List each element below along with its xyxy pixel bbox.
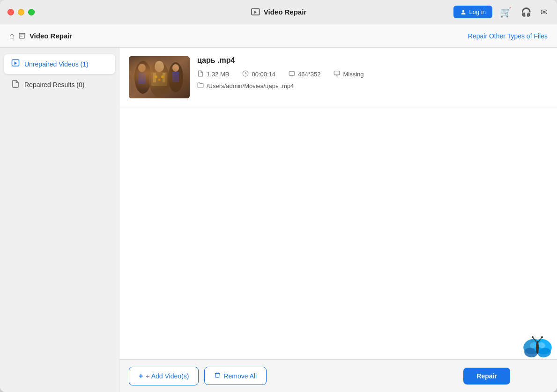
sidebar-item-unrepaired-label: Unrepaired Videos (1) [24, 60, 89, 68]
cart-icon: 🛒 [500, 7, 512, 17]
mail-button[interactable]: ✉ [539, 5, 550, 19]
add-videos-button[interactable]: + + Add Video(s) [129, 367, 199, 385]
bottom-toolbar: + + Add Video(s) Remove All Repair [119, 359, 557, 392]
nav-separator-icon [18, 32, 26, 40]
file-meta-row-1: 1.32 MB 00:00:14 [197, 70, 548, 78]
file-size: 1.32 MB [197, 70, 229, 78]
svg-rect-13 [138, 72, 146, 84]
file-info: царь .mp4 1.32 MB [197, 56, 548, 90]
file-status: Missing [334, 70, 364, 78]
titlebar-actions: Log in 🛒 🎧 ✉ [453, 5, 550, 20]
main-layout: Unrepaired Videos (1) Repaired Results (… [0, 48, 557, 392]
remove-all-button[interactable]: Remove All [204, 367, 267, 385]
svg-rect-9 [151, 72, 167, 86]
svg-point-18 [158, 79, 161, 81]
thumbnail-image [129, 56, 190, 98]
svg-rect-21 [334, 71, 340, 75]
svg-rect-2 [19, 33, 25, 38]
navbar-right: Repair Other Types of Files [468, 32, 548, 40]
home-icon: ⌂ [9, 31, 15, 41]
sidebar-item-repaired-label: Repaired Results (0) [24, 81, 84, 89]
svg-point-12 [138, 64, 146, 72]
breadcrumb: ⌂ Video Repair [9, 31, 72, 41]
login-button[interactable]: Log in [453, 6, 492, 18]
document-icon [11, 80, 20, 89]
titlebar-center: Video Repair [251, 7, 306, 17]
svg-point-7 [168, 62, 183, 92]
svg-point-5 [134, 61, 151, 94]
sidebar: Unrepaired Videos (1) Repaired Results (… [0, 48, 119, 392]
svg-rect-4 [129, 56, 190, 98]
svg-point-1 [462, 10, 464, 12]
play-icon [11, 59, 20, 69]
nav-title: Video Repair [30, 32, 72, 40]
svg-point-16 [155, 75, 157, 78]
svg-point-8 [155, 61, 164, 72]
app-window: Video Repair Log in 🛒 🎧 ✉ ⌂ [0, 0, 557, 392]
titlebar: Video Repair Log in 🛒 🎧 ✉ [0, 0, 557, 24]
repair-button[interactable]: Repair [463, 368, 510, 385]
sidebar-item-repaired[interactable]: Repaired Results (0) [4, 75, 115, 94]
traffic-lights [7, 9, 35, 15]
file-thumbnail [129, 56, 190, 98]
svg-point-6 [149, 62, 170, 97]
content-area: царь .mp4 1.32 MB [119, 48, 557, 392]
repair-other-link[interactable]: Repair Other Types of Files [468, 32, 548, 40]
video-repair-icon [251, 7, 260, 17]
file-list: царь .mp4 1.32 MB [119, 48, 557, 359]
close-button[interactable] [7, 9, 14, 15]
plus-icon: + [139, 372, 143, 380]
svg-rect-20 [289, 72, 295, 75]
svg-point-14 [172, 64, 179, 72]
file-resolution: 464*352 [289, 70, 320, 78]
minimize-button[interactable] [18, 9, 24, 15]
app-title: Video Repair [264, 8, 306, 16]
headset-button[interactable]: 🎧 [519, 5, 533, 19]
file-item: царь .mp4 1.32 MB [119, 48, 557, 107]
file-path: /Users/admin/Movies/царь .mp4 [197, 82, 548, 90]
folder-icon [197, 82, 204, 90]
maximize-button[interactable] [28, 9, 35, 15]
svg-point-17 [161, 75, 164, 78]
svg-rect-11 [163, 73, 165, 82]
sidebar-item-unrepaired[interactable]: Unrepaired Videos (1) [4, 54, 115, 74]
svg-rect-15 [172, 72, 179, 82]
file-icon [197, 70, 204, 78]
file-name: царь .mp4 [197, 56, 548, 65]
navbar: ⌂ Video Repair Repair Other Types of Fil… [0, 24, 557, 48]
cart-button[interactable]: 🛒 [498, 5, 513, 20]
headset-icon: 🎧 [521, 7, 531, 17]
file-duration: 00:00:14 [242, 70, 275, 78]
resolution-icon [289, 70, 295, 78]
trash-icon [214, 372, 221, 380]
clock-icon [242, 70, 249, 78]
user-icon [460, 9, 467, 15]
monitor-icon [334, 70, 340, 78]
mail-icon: ✉ [541, 7, 548, 17]
svg-rect-10 [153, 73, 156, 82]
